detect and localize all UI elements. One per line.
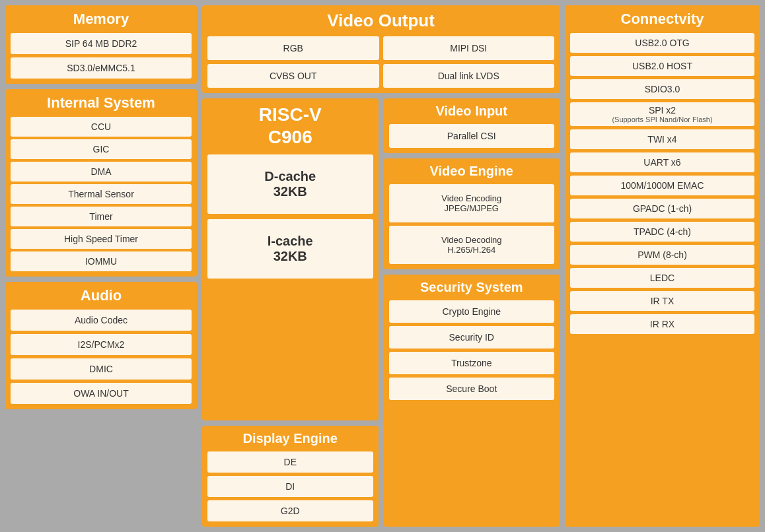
security-title: Security System	[389, 280, 555, 295]
security-id: Security ID	[389, 326, 555, 349]
internal-item-3: Thermal Sensor	[11, 184, 192, 204]
display-engine-section: Display Engine DE DI G2D	[202, 426, 379, 527]
display-engine-di: DI	[207, 476, 373, 497]
audio-title: Audio	[11, 287, 192, 304]
video-input-csi: Parallel CSI	[389, 124, 555, 148]
dcache-box: D-cache 32KB	[207, 154, 373, 214]
connectivity-pwm: PWM (8-ch)	[570, 245, 754, 265]
riscv-title: RISC-V C906	[207, 104, 373, 148]
connectivity-sdio: SDIO3.0	[570, 79, 754, 99]
security-trustzone: Trustzone	[389, 352, 555, 374]
security-boot: Secure Boot	[389, 378, 555, 400]
connectivity-usb-otg: USB2.0 OTG	[570, 33, 754, 53]
memory-title: Memory	[11, 11, 192, 28]
video-output-cvbs: CVBS OUT	[207, 64, 379, 88]
connectivity-ir-rx: IR RX	[570, 314, 754, 334]
video-input-section: Video Input Parallel CSI	[384, 98, 560, 153]
internal-item-2: DMA	[11, 162, 192, 182]
connectivity-usb-host: USB2.0 HOST	[570, 56, 754, 76]
video-output-rgb: RGB	[207, 36, 379, 60]
connectivity-title: Connectvity	[570, 11, 754, 28]
video-input-title: Video Input	[389, 104, 555, 119]
audio-item-0: Audio Codec	[11, 310, 192, 331]
internal-item-4: Timer	[11, 207, 192, 226]
connectivity-ir-tx: IR TX	[570, 291, 754, 311]
internal-system-title: Internal System	[11, 94, 192, 112]
connectivity-emac: 100M/1000M EMAC	[570, 176, 754, 195]
video-output-title: Video Output	[207, 11, 554, 31]
memory-item-0: SIP 64 MB DDR2	[11, 33, 192, 54]
connectivity-gpadc: GPADC (1-ch)	[570, 199, 754, 218]
video-engine-decoding: Video Decoding H.265/H.264	[389, 226, 555, 264]
riscv-section: RISC-V C906 D-cache 32KB I-cache 32KB	[202, 98, 379, 420]
audio-item-2: DMIC	[11, 358, 192, 380]
memory-section: Memory SIP 64 MB DDR2 SD3.0/eMMC5.1	[5, 5, 197, 84]
internal-item-0: CCU	[11, 117, 192, 137]
security-section: Security System Crypto Engine Security I…	[384, 275, 560, 527]
internal-item-1: GIC	[11, 139, 192, 159]
audio-item-1: I2S/PCMx2	[11, 334, 192, 355]
video-engine-encoding: Video Encoding JPEG/MJPEG	[389, 184, 555, 222]
audio-item-3: OWA IN/OUT	[11, 383, 192, 404]
connectivity-spi-main: SPI x2	[573, 105, 752, 116]
audio-section: Audio Audio Codec I2S/PCMx2 DMIC OWA IN/…	[5, 282, 197, 409]
connectivity-section: Connectvity USB2.0 OTG USB2.0 HOST SDIO3…	[565, 5, 760, 527]
connectivity-ledc: LEDC	[570, 268, 754, 288]
display-engine-g2d: G2D	[207, 500, 373, 521]
display-engine-de: DE	[207, 451, 373, 473]
internal-item-5: High Speed Timer	[11, 229, 192, 249]
security-crypto: Crypto Engine	[389, 300, 555, 323]
video-engine-section: Video Engine Video Encoding JPEG/MJPEG V…	[384, 158, 560, 269]
display-engine-title: Display Engine	[207, 431, 373, 446]
connectivity-twi: TWI x4	[570, 129, 754, 149]
video-output-mipi: MIPI DSI	[383, 36, 555, 60]
video-output-lvds: Dual link LVDS	[383, 64, 555, 88]
internal-item-6: IOMMU	[11, 251, 192, 271]
video-output-section: Video Output RGB MIPI DSI CVBS OUT Dual …	[202, 5, 560, 93]
connectivity-uart: UART x6	[570, 152, 754, 172]
connectivity-spi-sub: (Supports SPI Nand/Nor Flash)	[573, 116, 752, 123]
icache-box: I-cache 32KB	[207, 219, 373, 279]
video-engine-title: Video Engine	[389, 164, 555, 179]
connectivity-tpadc: TPADC (4-ch)	[570, 222, 754, 242]
connectivity-spi: SPI x2 (Supports SPI Nand/Nor Flash)	[570, 102, 754, 126]
internal-system-section: Internal System CCU GIC DMA Thermal Sens…	[5, 89, 197, 277]
memory-item-1: SD3.0/eMMC5.1	[11, 57, 192, 79]
